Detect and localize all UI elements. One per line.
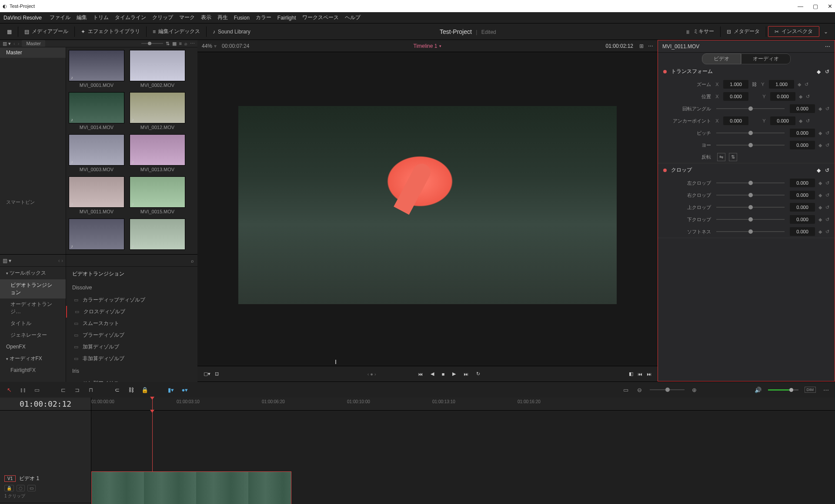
thumb-view-icon[interactable]: ▦ (172, 41, 177, 46)
sub-video-transitions[interactable]: ビデオトランジション (0, 279, 66, 298)
clip-thumb[interactable] (69, 219, 124, 250)
search-icon[interactable]: ⌕ (191, 258, 194, 263)
stop-button[interactable]: ■ (442, 371, 445, 377)
video-track-header[interactable]: V1ビデオ 1 🔒◌▭ 1 クリップ (0, 471, 91, 503)
nav-icon[interactable]: ‹ › (58, 258, 63, 264)
media-pool-button[interactable]: ▤メディアプール (20, 26, 73, 37)
maximize-button[interactable]: ▢ (813, 3, 818, 10)
fx-item[interactable]: ブラーディゾルブ (66, 329, 197, 341)
cat-toolbox[interactable]: ツールボックス (0, 267, 66, 279)
loop-button[interactable]: ↻ (476, 371, 480, 377)
reset-icon[interactable]: ↺ (805, 82, 808, 87)
sub-audio-transitions[interactable]: オーディオトランジ… (0, 298, 66, 318)
clip-thumb[interactable]: MVI_0013.MOV (130, 134, 185, 175)
viewer[interactable] (197, 52, 658, 358)
zoom-x-field[interactable]: 1.000 (723, 80, 748, 89)
effects-library-button[interactable]: ✦エフェクトライブラリ (77, 26, 144, 37)
nav-back-icon[interactable]: ‹ (13, 41, 15, 46)
crop-right-slider[interactable] (716, 195, 785, 196)
timeline-name[interactable]: Timeline 1 ▾ (414, 43, 442, 49)
go-prev-icon[interactable]: ⏮ (638, 371, 642, 377)
menu-file[interactable]: ファイル (50, 14, 70, 21)
list-view-icon[interactable]: ≡ (179, 41, 182, 46)
crop-right-field[interactable]: 0.000 (790, 191, 815, 199)
mute-icon[interactable]: 🔊 (754, 387, 762, 393)
bin-view-icon[interactable]: ▥ ▾ (3, 41, 11, 46)
section-transform[interactable]: トランスフォーム◆↺ (658, 65, 835, 78)
zoom-in-icon[interactable]: ⊕ (691, 387, 698, 393)
sub-generators[interactable]: ジェネレーター (0, 329, 66, 341)
inspector-options-icon[interactable]: ⋯ (825, 43, 830, 50)
expand-button[interactable]: ⌄ (819, 27, 832, 36)
safe-area-icon[interactable]: ⊡ (215, 371, 219, 377)
bin-master[interactable]: Master (0, 47, 66, 58)
cat-audiofx[interactable]: オーディオFX (0, 352, 66, 365)
replace-icon[interactable]: ⊓ (87, 387, 95, 393)
clip-thumb[interactable]: MVI_0015.MOV (130, 176, 185, 217)
timeline-ruler[interactable]: 01:00:00:00 01:00:03:10 01:00:06:20 01:0… (91, 398, 835, 410)
yaw-slider[interactable] (716, 145, 785, 146)
crop-left-field[interactable]: 0.000 (790, 179, 815, 187)
zoom-out-icon[interactable]: ⊖ (636, 387, 644, 393)
softness-slider[interactable] (716, 231, 785, 232)
layout-button[interactable]: ▦ (3, 27, 16, 36)
clip-thumb[interactable]: MVI_0011.MOV (69, 176, 124, 217)
pos-x-field[interactable]: 0.000 (723, 92, 748, 101)
playhead[interactable] (152, 398, 153, 411)
flag-icon[interactable]: ▮▾ (167, 387, 175, 393)
fx-item[interactable]: カラーディップディゾルブ (66, 294, 197, 306)
tl-view-icon[interactable]: ▭ (622, 387, 630, 393)
breadcrumb[interactable]: Master (22, 40, 45, 47)
zoom-slider[interactable] (141, 43, 163, 44)
first-frame-button[interactable]: ⏮ (418, 371, 423, 377)
edit-index-button[interactable]: ≡編集インデックス (148, 26, 204, 37)
metadata-button[interactable]: ⊟メタデータ (722, 26, 764, 37)
nav-fwd-icon[interactable]: › (18, 41, 20, 46)
clip-thumb[interactable]: MVI_0003.MOV (69, 134, 124, 175)
clip-thumb[interactable]: MVI_0012.MOV (130, 92, 185, 133)
softness-field[interactable]: 0.000 (790, 227, 815, 236)
rotation-slider[interactable] (716, 108, 785, 109)
go-next-icon[interactable]: ⏭ (647, 371, 651, 377)
crop-left-slider[interactable] (716, 182, 785, 183)
menu-help[interactable]: ヘルプ (345, 14, 361, 21)
insert-icon[interactable]: ⊏ (59, 387, 67, 393)
menu-fairlight[interactable]: Fairlight (277, 15, 296, 21)
rotation-field[interactable]: 0.000 (790, 104, 815, 113)
clip-thumb[interactable]: MVI_0014.MOV (69, 92, 124, 133)
timeline-tracks[interactable]: ▢ MVI_0011.MOV ▢ MVI_0011.MOV (91, 411, 835, 504)
lock-icon[interactable]: 🔒 (141, 387, 149, 393)
sub-titles[interactable]: タイトル (0, 318, 66, 329)
trim-tool[interactable]: ⫿⫿ (19, 387, 27, 393)
sound-library-button[interactable]: ♪Sound Library (208, 27, 255, 36)
disable-track-icon[interactable]: ◌ (17, 485, 25, 491)
fx-item[interactable]: クロスディゾルブ (66, 306, 197, 318)
dim-button[interactable]: DIM (805, 387, 816, 393)
menu-clip[interactable]: クリップ (152, 14, 173, 21)
selection-tool[interactable]: ↖ (5, 387, 13, 393)
cat-openfx[interactable]: OpenFX (0, 341, 66, 352)
clip-thumb[interactable]: MVI_0002.MOV (130, 50, 185, 90)
crop-bottom-slider[interactable] (716, 219, 785, 220)
menu-view[interactable]: 表示 (201, 14, 211, 21)
menu-timeline[interactable]: タイムライン (115, 14, 146, 21)
last-frame-button[interactable]: ⏭ (464, 371, 468, 377)
video-clip[interactable]: ▢ MVI_0011.MOV (91, 471, 291, 504)
clip-thumb[interactable] (130, 219, 185, 250)
blade-tool[interactable]: ▭ (33, 387, 41, 393)
inspector-button[interactable]: ✂インスペクタ (768, 26, 819, 37)
pos-y-field[interactable]: 0.000 (770, 92, 795, 101)
lock-track-icon[interactable]: 🔒 (4, 485, 14, 491)
crop-top-field[interactable]: 0.000 (790, 203, 815, 212)
mark-in-icon[interactable]: ◧ (629, 371, 633, 377)
link-icon[interactable]: ⛓ (752, 82, 757, 87)
zoom-level[interactable]: 44% (202, 43, 212, 49)
menu-mark[interactable]: マーク (179, 14, 195, 21)
menu-workspace[interactable]: ワークスペース (302, 14, 339, 21)
track-display-icon[interactable]: ▭ (27, 485, 36, 491)
fx-item[interactable]: スムースカット (66, 318, 197, 329)
tab-audio[interactable]: オーディオ (741, 53, 791, 64)
close-button[interactable]: ✕ (828, 3, 832, 10)
menu-edit[interactable]: 編集 (77, 14, 87, 21)
link-icon[interactable]: ⛓ (127, 387, 135, 393)
